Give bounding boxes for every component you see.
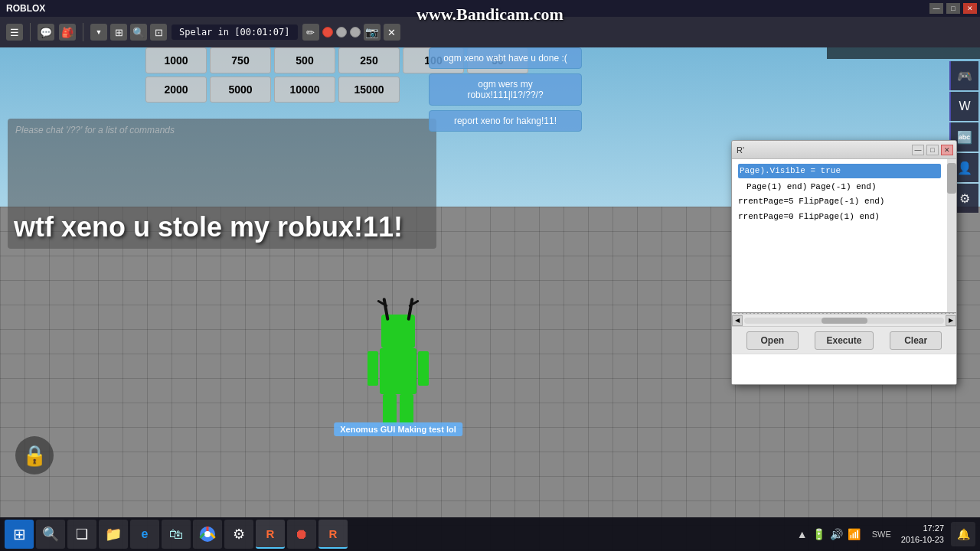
rec-settings-icon[interactable]: ⊞ <box>110 24 127 41</box>
char-arm-right <box>418 351 429 386</box>
lock-icon[interactable]: 🔒 <box>15 436 54 474</box>
num-btn-250[interactable]: 250 <box>338 47 400 73</box>
minimize-button[interactable]: — <box>929 3 943 14</box>
chat-message: wtf xeno u stole my robux!11! <box>14 212 430 243</box>
num-btn-1000[interactable]: 1000 <box>145 47 207 73</box>
open-button[interactable]: Open <box>746 331 799 350</box>
editor-titlebar: R' — □ ✕ <box>732 141 956 159</box>
num-btn-500[interactable]: 500 <box>274 47 335 73</box>
taskbar-file-explorer[interactable]: 📁 <box>99 520 128 549</box>
editor-scrollbar-horizontal-container: ◀ ▶ <box>732 314 956 326</box>
tray-battery[interactable]: 🔋 <box>812 528 825 540</box>
char-arm-left <box>368 351 378 386</box>
code-area[interactable]: Page).Visible = true Page(1) end) Page(-… <box>732 159 956 312</box>
editor-scrollbar-left-btn[interactable]: ◀ <box>732 315 743 326</box>
notification-button[interactable]: 🔔 <box>951 522 975 546</box>
code-line-3: Page(1) end) <box>746 182 807 191</box>
editor-scrollbar-right-btn[interactable]: ▶ <box>946 315 956 326</box>
recording-controls: ▼ ⊞ 🔍 ⊡ <box>90 24 167 41</box>
language-indicator[interactable]: SWE <box>869 530 894 539</box>
editor-maximize-button[interactable]: □ <box>926 145 939 155</box>
execute-button[interactable]: Execute <box>815 331 873 350</box>
editor-window-controls: — □ ✕ <box>912 145 953 155</box>
chat-message-buttons: ogm xeno waht have u done :( ogm wers my… <box>429 47 582 132</box>
code-line-6: rrentPage=0 FlipPage(1) end) <box>738 212 880 221</box>
character-legs <box>383 394 413 425</box>
character-nametag: Xenomus GUI Making test lol <box>334 422 462 436</box>
num-btn-750[interactable]: 750 <box>210 47 271 73</box>
chat-msg-btn-1[interactable]: ogm xeno waht have u done :( <box>429 47 582 69</box>
code-scroll[interactable]: Page).Visible = true Page(1) end) Page(-… <box>732 159 947 312</box>
close-button[interactable]: ✕ <box>963 3 977 14</box>
rec-dot-red[interactable] <box>322 27 333 37</box>
editor-scrollbar-h-thumb[interactable] <box>822 318 867 324</box>
editor-output-area <box>732 354 956 384</box>
record-buttons: ✏ 📷 ✕ <box>302 24 400 41</box>
chat-panel: Please chat '/??' for a list of commands… <box>8 119 436 249</box>
character-body: Xenomus GUI Making test lol <box>375 290 421 425</box>
num-btn-10000[interactable]: 10000 <box>274 77 335 103</box>
toolbar-menu-icon[interactable]: ☰ <box>6 24 23 41</box>
editor-close-button[interactable]: ✕ <box>941 145 953 155</box>
char-leg-right <box>400 394 413 425</box>
taskbar-chrome[interactable] <box>193 520 222 549</box>
character: Xenomus GUI Making test lol <box>375 290 421 425</box>
system-clock[interactable]: 17:27 2016-10-23 <box>897 523 949 546</box>
pen-icon[interactable]: ✏ <box>302 24 319 41</box>
code-line-5: rrentPage=5 FlipPage(-1) end) <box>738 197 884 206</box>
editor-title: R' <box>737 145 744 155</box>
rec-zoom-icon[interactable]: 🔍 <box>130 24 147 41</box>
character-hat <box>375 290 421 321</box>
code-line-4: Page(-1) end) <box>811 182 877 191</box>
rec-dot-stop[interactable] <box>336 27 347 37</box>
right-icon-2[interactable]: W <box>949 92 978 121</box>
editor-scrollbar-thumb[interactable] <box>947 163 956 194</box>
clock-date: 2016-10-23 <box>901 534 944 546</box>
rec-dot-circle[interactable] <box>350 27 361 37</box>
title-bar: ROBLOX — □ ✕ <box>0 0 980 17</box>
taskbar: ⊞ 🔍 ❑ 📁 e 🛍 ⚙ R ⏺ R ▲ 🔋 🔊 📶 SWE 17:27 20… <box>0 517 980 551</box>
taskbar-store[interactable]: 🛍 <box>162 520 191 549</box>
code-line-2 <box>738 182 743 191</box>
rec-fullscreen-icon[interactable]: ⊡ <box>150 24 167 41</box>
tray-expand[interactable]: ▲ <box>797 528 808 540</box>
taskbar-unknown-1[interactable]: ⚙ <box>224 520 253 549</box>
chat-msg-btn-3[interactable]: report xeno for hakng!11! <box>429 110 582 132</box>
editor-scrollbar-h-track[interactable] <box>744 318 944 324</box>
svg-point-1 <box>204 531 211 537</box>
editor-action-bar: Open Execute Clear <box>732 326 956 354</box>
taskbar-record[interactable]: ⏺ <box>287 520 316 549</box>
rec-close-icon[interactable]: ✕ <box>384 24 400 41</box>
character-torso <box>380 348 416 394</box>
num-btn-2000[interactable]: 2000 <box>145 77 207 103</box>
window-controls: — □ ✕ <box>929 3 977 14</box>
char-leg-left <box>383 394 397 425</box>
editor-minimize-button[interactable]: — <box>912 145 924 155</box>
toolbar-chat-icon[interactable]: 💬 <box>38 24 54 41</box>
toolbar: ☰ 💬 🎒 ▼ ⊞ 🔍 ⊡ Spelar in [00:01:07] ✏ 📷 ✕ <box>0 17 980 47</box>
right-icon-1[interactable]: 🎮 <box>949 61 978 90</box>
tray-volume[interactable]: 🔊 <box>830 528 843 540</box>
chrome-icon <box>199 526 216 543</box>
toolbar-separator-1 <box>30 23 31 41</box>
clear-button[interactable]: Clear <box>890 331 942 350</box>
taskbar-roblox[interactable]: R <box>256 520 285 549</box>
editor-scrollbar-vertical[interactable] <box>947 159 956 312</box>
rec-dropdown-icon[interactable]: ▼ <box>90 24 107 41</box>
chat-msg-btn-2[interactable]: ogm wers my robux!111|l1?/??/? <box>429 73 582 106</box>
taskbar-search[interactable]: 🔍 <box>36 520 65 549</box>
num-btn-15000[interactable]: 15000 <box>338 77 400 103</box>
taskbar-task-view[interactable]: ❑ <box>67 520 96 549</box>
taskbar-edge[interactable]: e <box>130 520 159 549</box>
maximize-button[interactable]: □ <box>946 3 960 14</box>
script-editor: R' — □ ✕ Page).Visible = true Page(1) en… <box>731 140 957 385</box>
taskbar-roblox-2[interactable]: R <box>318 520 348 549</box>
camera-button[interactable]: 📷 <box>364 24 381 41</box>
code-line-1: Page).Visible = true <box>738 164 941 178</box>
tray-network[interactable]: 📶 <box>848 528 861 540</box>
num-btn-5000[interactable]: 5000 <box>210 77 271 103</box>
clock-time: 17:27 <box>901 523 944 534</box>
toolbar-bag-icon[interactable]: 🎒 <box>59 24 76 41</box>
start-button[interactable]: ⊞ <box>5 520 34 549</box>
systray: ▲ 🔋 🔊 📶 <box>797 528 867 540</box>
